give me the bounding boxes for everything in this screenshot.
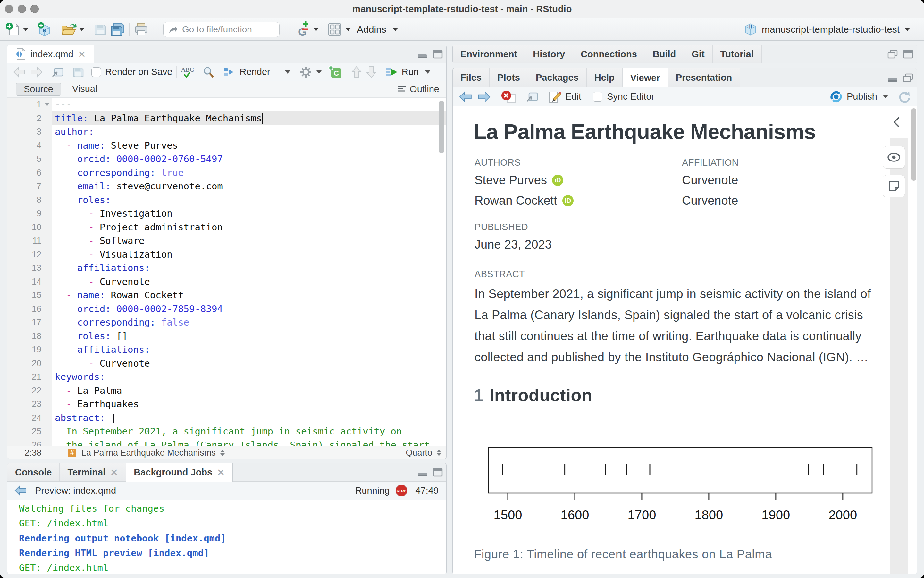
run-icon[interactable] bbox=[385, 66, 399, 78]
render-on-save-checkbox[interactable] bbox=[91, 67, 101, 77]
stop-job-icon[interactable]: STOP bbox=[395, 484, 407, 497]
open-file-dropdown[interactable] bbox=[79, 18, 84, 41]
spellcheck-icon[interactable]: ABC bbox=[181, 65, 197, 79]
viewer-scrollbar[interactable] bbox=[911, 108, 916, 181]
code-line[interactable]: 20 - Curvenote bbox=[7, 357, 446, 370]
tab-plots[interactable]: Plots bbox=[490, 68, 528, 87]
code-line[interactable]: 10 - Project administration bbox=[7, 221, 446, 234]
code-line[interactable]: 26 the island of La Palma (Canary Island… bbox=[7, 438, 446, 446]
tab-console[interactable]: Console bbox=[7, 463, 60, 481]
open-file-button[interactable] bbox=[60, 18, 76, 41]
new-file-button[interactable] bbox=[5, 18, 20, 41]
code-line[interactable]: 25 In September 2021, a significant jump… bbox=[7, 425, 446, 438]
annotations-button[interactable] bbox=[883, 175, 905, 197]
insert-chunk-icon[interactable]: C bbox=[328, 65, 343, 79]
restore-pane-icon[interactable] bbox=[887, 49, 898, 59]
tab-history[interactable]: History bbox=[525, 45, 573, 63]
minimize-pane-icon[interactable] bbox=[417, 468, 428, 477]
code-line[interactable]: 2title: La Palma Earthquake Mechanisms bbox=[7, 112, 446, 125]
code-line[interactable]: 15 - name: Rowan Cockett bbox=[7, 288, 446, 302]
sync-editor-checkbox[interactable] bbox=[593, 92, 602, 102]
tab-help[interactable]: Help bbox=[587, 68, 623, 87]
mode-selector-arrows[interactable] bbox=[437, 450, 441, 456]
maximize-pane-icon[interactable] bbox=[432, 468, 443, 477]
code-line[interactable]: 14 - Curvenote bbox=[7, 275, 446, 289]
code-line[interactable]: 4 - name: Steve Purves bbox=[7, 139, 446, 153]
publish-icon[interactable] bbox=[830, 90, 843, 104]
source-mode-button[interactable]: Source bbox=[16, 83, 61, 96]
code-line[interactable]: 7 email: steve@curvenote.com bbox=[7, 179, 446, 193]
save-button[interactable] bbox=[93, 18, 107, 41]
status-mode[interactable]: Quarto bbox=[405, 448, 432, 458]
code-line[interactable]: 21keywords: bbox=[7, 370, 446, 384]
code-line[interactable]: 12 - Visualization bbox=[7, 248, 446, 261]
code-line[interactable]: 3author: bbox=[7, 125, 446, 139]
code-line[interactable]: 22 - La Palma bbox=[7, 384, 446, 398]
jobs-back-icon[interactable] bbox=[14, 485, 28, 496]
back-icon[interactable] bbox=[13, 66, 27, 78]
tab-environment[interactable]: Environment bbox=[453, 45, 525, 63]
refresh-icon[interactable] bbox=[897, 90, 911, 104]
goto-file-search[interactable]: Go to file/function bbox=[163, 22, 280, 37]
save-all-button[interactable] bbox=[110, 18, 125, 41]
save-icon-editor[interactable] bbox=[72, 66, 84, 78]
code-line[interactable]: 5 orcid: 0000-0002-0760-5497 bbox=[7, 152, 446, 166]
editor-scrollbar[interactable] bbox=[439, 101, 444, 153]
code-line[interactable]: 8 roles: bbox=[7, 193, 446, 207]
code-line[interactable]: 9 - Investigation bbox=[7, 207, 446, 221]
outline-button[interactable]: Outline bbox=[397, 84, 439, 94]
status-section[interactable]: La Palma Earthquake Mechanisms bbox=[81, 448, 216, 458]
find-icon[interactable] bbox=[202, 65, 215, 79]
render-label[interactable]: Render bbox=[240, 67, 270, 77]
code-line[interactable]: 1--- bbox=[7, 98, 446, 112]
minimize-pane-icon[interactable] bbox=[417, 49, 428, 59]
maximize-pane-icon[interactable] bbox=[432, 49, 443, 59]
tab-packages[interactable]: Packages bbox=[528, 68, 587, 87]
reader-mode-button[interactable] bbox=[883, 146, 905, 169]
code-line[interactable]: 18 roles: [] bbox=[7, 330, 446, 343]
popout-icon[interactable] bbox=[51, 66, 64, 78]
orcid-icon[interactable]: iD bbox=[552, 175, 563, 186]
tab-tutorial[interactable]: Tutorial bbox=[713, 45, 762, 63]
restore-pane-icon[interactable] bbox=[903, 73, 913, 83]
run-up-icon[interactable] bbox=[351, 65, 362, 79]
code-line[interactable]: 19 affiliations: bbox=[7, 343, 446, 357]
addins-dropdown[interactable] bbox=[393, 18, 398, 41]
tab-background-jobs[interactable]: Background Jobs✕ bbox=[126, 463, 233, 482]
viewer-back-icon[interactable] bbox=[459, 91, 473, 103]
gear-icon[interactable] bbox=[299, 65, 312, 79]
render-icon[interactable] bbox=[223, 66, 237, 78]
viewer-stop-icon[interactable] bbox=[501, 90, 517, 104]
code-line[interactable]: 16 orcid: 0000-0002-7859-8394 bbox=[7, 302, 446, 316]
tab-viewer[interactable]: Viewer bbox=[623, 68, 668, 88]
print-button[interactable] bbox=[133, 18, 149, 41]
project-menu[interactable]: R manuscript-template-rstudio-test bbox=[744, 18, 910, 41]
tab-files[interactable]: Files bbox=[453, 68, 490, 87]
code-editor[interactable]: 1---2title: La Palma Earthquake Mechanis… bbox=[7, 98, 446, 446]
code-line[interactable]: 23 - Earthquakes bbox=[7, 397, 446, 411]
version-control-dropdown[interactable] bbox=[314, 18, 319, 41]
tab-index-qmd[interactable]: index.qmd ✕ bbox=[7, 45, 94, 63]
code-line[interactable]: 11 - Software bbox=[7, 234, 446, 248]
version-control-button[interactable]: G bbox=[295, 18, 310, 41]
close-tab-icon[interactable]: ✕ bbox=[78, 49, 86, 60]
workspace-panes-button[interactable] bbox=[328, 18, 342, 41]
section-selector-arrows[interactable] bbox=[220, 450, 225, 456]
publish-label[interactable]: Publish bbox=[847, 91, 877, 102]
tab-git[interactable]: Git bbox=[684, 45, 713, 63]
maximize-pane-icon[interactable] bbox=[903, 49, 913, 59]
code-line[interactable]: 6 corresponding: true bbox=[7, 166, 446, 180]
panes-dropdown[interactable] bbox=[346, 18, 351, 41]
tab-connections[interactable]: Connections bbox=[573, 45, 645, 63]
forward-icon[interactable] bbox=[29, 66, 43, 78]
viewer-forward-icon[interactable] bbox=[477, 91, 491, 103]
visual-mode-button[interactable]: Visual bbox=[64, 83, 105, 96]
code-line[interactable]: 13 affiliations: bbox=[7, 261, 446, 275]
code-line[interactable]: 24abstract: | bbox=[7, 411, 446, 425]
tab-build[interactable]: Build bbox=[645, 45, 684, 63]
new-project-button[interactable]: R bbox=[37, 18, 52, 41]
run-down-icon[interactable] bbox=[366, 65, 377, 79]
jobs-log[interactable]: Watching files for changesGET: /index.ht… bbox=[7, 500, 446, 574]
sidebar-collapse-button[interactable] bbox=[882, 106, 911, 138]
edit-label[interactable]: Edit bbox=[565, 91, 581, 102]
